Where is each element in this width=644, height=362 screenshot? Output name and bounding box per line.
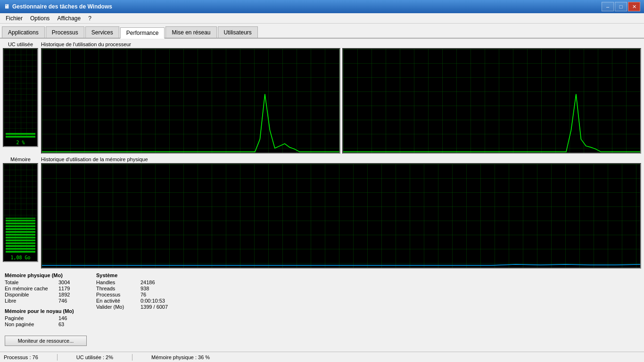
physical-mem-row-3: Libre 746 [5,298,87,304]
system-label-2: Processus [96,292,139,297]
main-content: UC utilisée 2 % Historique de l'utilisat… [0,39,644,352]
tab-performance[interactable]: Performance [120,27,165,39]
tab-utilisateurs[interactable]: Utilisateurs [218,26,258,38]
system-value-2: 76 [140,292,146,297]
memory-label: Mémoire [10,156,31,162]
memory-chart-box [41,163,641,269]
tab-bar: Applications Processus Services Performa… [0,24,644,39]
memory-blocks [6,219,35,253]
cpu-dual-charts [41,48,641,154]
cpu-gauge-grid [4,49,37,138]
cpu-gauge-box: 2 % [3,48,38,147]
system-value-4: 1399 / 6007 [140,304,168,310]
status-uc-utilisee: UC utilisée : 2% [76,354,113,360]
system-value-3: 0:00:10:53 [140,298,165,304]
cpu-gauge-fill [6,133,35,138]
app-icon: 🖥 [4,3,9,10]
system-value-0: 24186 [140,280,155,285]
system-label-0: Handles [96,280,139,285]
tab-services[interactable]: Services [85,26,119,38]
tab-processus[interactable]: Processus [46,26,84,38]
status-bar: Processus : 76 UC utilisée : 2% Mémoire … [0,352,644,362]
memory-chart-title: Historique d'utilisation de la mémoire p… [41,156,641,162]
physical-mem-label-1: En mémoire cache [5,286,57,291]
physical-mem-label-3: Libre [5,298,57,304]
status-divider-2 [132,354,132,361]
physical-mem-row-0: Totale 3004 [5,280,87,285]
physical-mem-value-3: 746 [58,298,87,304]
title-bar-left: 🖥 Gestionnaire des tâches de Windows [4,3,112,10]
physical-mem-value-1: 1179 [58,286,87,291]
system-row-4: Valider (Mo) 1399 / 6007 [96,304,168,310]
minimize-button[interactable]: – [602,2,614,11]
cpu-chart-core1-svg [42,49,339,153]
tab-applications[interactable]: Applications [2,26,45,38]
memory-chart-container: Historique d'utilisation de la mémoire p… [41,156,641,269]
memory-gauge-container: Mémoire 1,08 Go [3,156,38,269]
system-row-3: En activité 0:00:10:53 [96,298,168,304]
physical-mem-value-2: 1892 [58,292,87,297]
cpu-section: UC utilisée 2 % Historique de l'utilisat… [3,41,641,154]
physical-mem-row-1: En mémoire cache 1179 [5,286,87,291]
kernel-mem-value-0: 146 [58,315,87,321]
physical-mem-label-0: Totale [5,280,57,285]
system-row-2: Processus 76 [96,292,168,297]
menu-options[interactable]: Options [26,14,53,23]
menu-help[interactable]: ? [84,14,95,23]
kernel-mem-label-1: Non paginée [5,321,57,327]
system-label-1: Threads [96,286,139,291]
window-title: Gestionnaire des tâches de Windows [12,3,112,10]
memory-section: Mémoire 1,08 Go Historique d'utilisation… [3,156,641,269]
menu-fichier[interactable]: Fichier [2,14,26,23]
memory-gauge-box: 1,08 Go [3,163,38,262]
system-value-1: 938 [140,286,149,291]
cpu-chart-core2-svg [343,49,641,153]
physical-mem-label-2: Disponible [5,292,57,297]
tab-mise-en-reseau[interactable]: Mise en réseau [165,26,216,38]
kernel-mem-row-0: Paginée 146 [5,315,87,321]
maximize-button[interactable]: □ [615,2,627,11]
status-divider-1 [57,354,58,361]
physical-memory-section: Mémoire physique (Mo) Totale 3004 En mém… [5,272,87,346]
system-row-1: Threads 938 [96,286,168,291]
cpu-chart-container: Historique de l'utilisation du processeu… [41,41,641,154]
physical-mem-row-2: Disponible 1892 [5,292,87,297]
cpu-gauge-value: 2 % [16,140,25,145]
system-row-0: Handles 24186 [96,280,168,285]
status-processus: Processus : 76 [4,354,38,360]
title-bar: 🖥 Gestionnaire des tâches de Windows – □… [0,0,644,13]
system-section: Système Handles 24186 Threads 938 Proces… [96,272,168,346]
kernel-mem-label-0: Paginée [5,315,57,321]
system-label-3: En activité [96,298,139,304]
cpu-chart-core1 [41,48,340,154]
close-button[interactable]: ✕ [628,2,640,11]
kernel-mem-row-1: Non paginée 63 [5,321,87,327]
cpu-label: UC utilisée [8,41,33,47]
physical-memory-title: Mémoire physique (Mo) [5,272,87,278]
monitor-resource-button[interactable]: Moniteur de ressource... [5,336,87,346]
physical-mem-value-0: 3004 [58,280,87,285]
system-label-4: Valider (Mo) [96,304,139,310]
kernel-mem-value-1: 63 [58,321,87,327]
charts-area: UC utilisée 2 % Historique de l'utilisat… [3,41,641,270]
system-title: Système [96,272,168,278]
cpu-chart-title: Historique de l'utilisation du processeu… [41,41,641,47]
status-memoire-physique: Mémoire physique : 36 % [151,354,210,360]
menu-affichage[interactable]: Affichage [53,14,84,23]
memory-chart-svg [42,164,640,268]
title-bar-controls: – □ ✕ [602,2,640,11]
cpu-chart-core2 [342,48,642,154]
kernel-memory-title: Mémoire pour le noyau (Mo) [5,308,87,314]
memory-gauge-value: 1,08 Go [10,255,30,260]
menu-bar: Fichier Options Affichage ? [0,13,644,24]
cpu-gauge-container: UC utilisée 2 % [3,41,38,154]
info-panel: Mémoire physique (Mo) Totale 3004 En mém… [3,270,641,349]
